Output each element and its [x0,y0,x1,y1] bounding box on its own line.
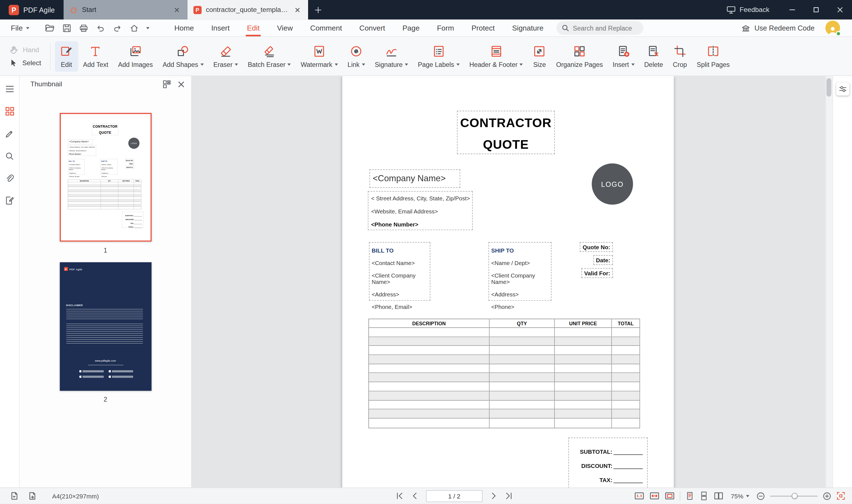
document-title-block[interactable]: CONTRACTOR QUOTE [457,111,555,154]
zoom-in-button[interactable] [822,491,831,500]
previous-page-button[interactable] [411,492,419,500]
company-address-block[interactable]: < Street Address, City, State, Zip/Post>… [68,145,96,156]
tool-add-text[interactable]: Add Text [78,41,113,72]
company-name-block[interactable]: <Company Name> [369,169,460,188]
last-page-button[interactable] [505,492,513,500]
menu-item-insert[interactable]: Insert [203,19,238,37]
ship-to-block[interactable]: SHIP TO <Name / Dept> <Client Company Na… [100,159,117,175]
document-page[interactable]: CONTRACTOR QUOTE <Company Name> < Street… [342,76,674,488]
tool-crop[interactable]: Crop [668,41,692,72]
date-field[interactable]: Date: [128,162,134,165]
search-panel-button[interactable] [4,150,15,161]
fullscreen-button[interactable] [836,491,845,500]
totals-block[interactable]: SUBTOTAL: DISCOUNT: TAX: TOTAL: [122,212,143,228]
page-1-thumbnail-image[interactable]: CONTRACTOR QUOTE <Company Name> < Street… [59,113,151,242]
vertical-scrollbar[interactable] [825,76,832,488]
close-panel-icon[interactable] [178,80,185,87]
tool-eraser[interactable]: Eraser [208,41,243,72]
totals-block[interactable]: SUBTOTAL: DISCOUNT: TAX: TOTAL: [568,438,648,488]
tab-start[interactable]: Start [63,0,187,19]
menu-item-signature[interactable]: Signature [503,19,552,37]
annotations-panel-button[interactable] [4,128,15,139]
page-2-thumbnail-image[interactable]: P PDF Agile DISCLAIMER www.pdfagile.com [59,262,151,391]
tool-watermark[interactable]: Watermark [296,41,343,72]
page-edit-panel-button[interactable] [4,195,15,206]
menu-item-page[interactable]: Page [394,19,428,37]
feedback-button[interactable]: Feedback [716,0,780,19]
menu-item-edit[interactable]: Edit [238,19,268,37]
quote-items-table[interactable]: DESCRIPTION QTY UNIT PRICE TOTAL [68,180,141,209]
menu-item-convert[interactable]: Convert [351,19,394,37]
previous-view-button[interactable] [10,491,19,500]
company-address-block[interactable]: < Street Address, City, State, Zip/Post>… [368,191,473,230]
tool-delete[interactable]: Delete [639,41,668,72]
actual-size-button[interactable] [634,491,644,500]
zoom-slider[interactable] [770,492,818,500]
panel-menu-button[interactable] [4,84,15,94]
fit-page-button[interactable] [664,491,675,500]
file-menu-button[interactable]: File [8,24,31,32]
menu-item-protect[interactable]: Protect [463,19,503,37]
document-title-block[interactable]: CONTRACTOR QUOTE [92,124,118,135]
save-button[interactable] [62,23,72,33]
minimize-button[interactable] [780,0,804,19]
next-page-button[interactable] [489,492,498,500]
tool-add-images[interactable]: Add Images [113,41,157,72]
tool-batch-eraser[interactable]: Batch Eraser [243,41,296,72]
bill-to-block[interactable]: BILL TO <Contact Name> <Client Company N… [369,242,430,301]
page-2-thumbnail[interactable]: P PDF Agile DISCLAIMER www.pdfagile.com [19,262,191,403]
quote-items-table[interactable]: DESCRIPTION QTY UNIT PRICE TOTAL [368,319,640,428]
tab-close-icon[interactable] [173,5,181,14]
thumbnail-panel-button[interactable] [4,106,15,116]
tab-document[interactable]: P contractor_quote_template.... [187,0,308,19]
continuous-view-button[interactable] [699,491,708,500]
menu-item-view[interactable]: View [268,19,301,37]
undo-button[interactable] [95,23,105,33]
open-file-button[interactable] [45,23,55,33]
facing-pages-view-button[interactable] [713,491,724,500]
ship-to-block[interactable]: SHIP TO <Name / Dept> <Client Company Na… [488,242,552,301]
quote-no-field[interactable]: Quote No: [580,242,613,252]
tool-add-shapes[interactable]: Add Shapes [158,41,209,72]
tool-signature[interactable]: Signature [370,41,413,72]
menu-item-comment[interactable]: Comment [301,19,351,37]
fit-width-button[interactable] [649,491,660,500]
hand-tool[interactable]: Hand [8,45,41,55]
tool-organize-pages[interactable]: Organize Pages [551,41,608,72]
first-page-button[interactable] [396,492,404,500]
valid-for-field[interactable]: Valid For: [125,166,134,169]
redeem-code-button[interactable]: Use Redeem Code [742,23,815,32]
zoom-slider-thumb[interactable] [792,493,798,499]
quick-access-chevron-icon[interactable] [146,27,150,29]
tool-edit[interactable]: Edit [55,41,78,72]
account-avatar[interactable] [825,20,840,35]
date-field[interactable]: Date: [593,255,613,265]
bill-to-block[interactable]: BILL TO <Contact Name> <Client Company N… [68,159,84,175]
properties-panel-button[interactable] [836,83,849,95]
next-view-button[interactable] [28,491,37,500]
redo-button[interactable] [112,23,122,33]
select-tool[interactable]: Select [8,58,41,67]
page-1-thumbnail[interactable]: CONTRACTOR QUOTE <Company Name> < Street… [19,113,191,254]
close-button[interactable] [828,0,852,19]
tool-split-pages[interactable]: Split Pages [692,41,734,72]
tool-header-footer[interactable]: Header & Footer [465,41,528,72]
thumbnail-view-options-icon[interactable] [162,80,171,89]
valid-for-field[interactable]: Valid For: [581,268,613,278]
tool-size[interactable]: Size [528,41,551,72]
home-view-button[interactable] [129,23,139,33]
menu-item-home[interactable]: Home [166,19,203,37]
tool-page-labels[interactable]: Page Labels [413,41,465,72]
single-page-view-button[interactable] [685,491,694,500]
zoom-out-button[interactable] [757,491,765,500]
tool-link[interactable]: Link [343,41,370,72]
logo-placeholder[interactable]: LOGO [592,163,633,205]
page-indicator-input[interactable] [426,490,482,502]
tab-close-icon[interactable] [293,5,302,14]
document-canvas[interactable]: CONTRACTOR QUOTE <Company Name> < Street… [192,76,832,488]
new-tab-button[interactable] [308,0,329,19]
maximize-button[interactable] [804,0,828,19]
tool-insert[interactable]: Insert [608,41,639,72]
scrollbar-thumb[interactable] [827,78,832,97]
company-name-block[interactable]: <Company Name> [68,139,92,144]
